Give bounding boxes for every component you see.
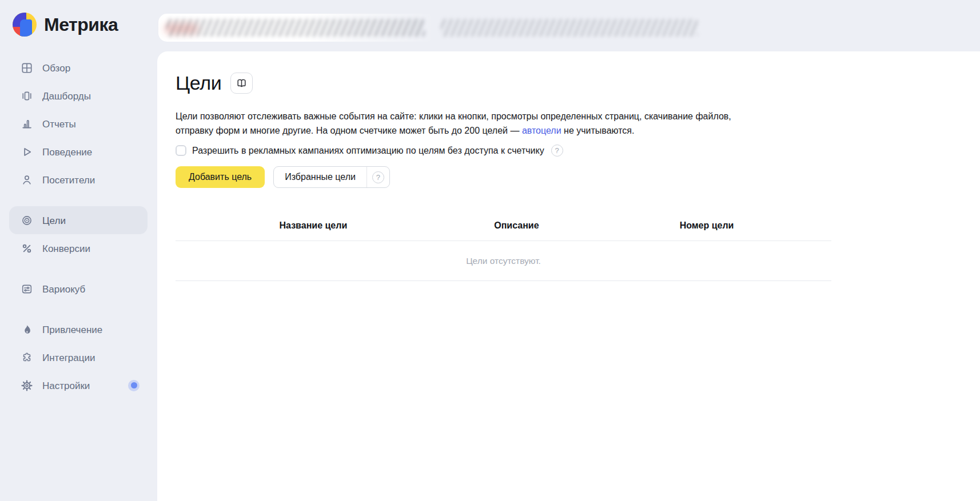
sidebar-item-label: Цели xyxy=(42,215,66,226)
sidebar-item-label: Конверсии xyxy=(42,243,90,254)
integrations-puzzle-icon xyxy=(21,351,33,364)
column-header-goal-name: Название цели xyxy=(176,221,451,231)
visitors-person-icon xyxy=(21,174,33,186)
sidebar-item-label: Дашборды xyxy=(42,91,91,101)
goals-description: Цели позволяют отслеживать важные событи… xyxy=(176,110,810,138)
metrika-logo-icon xyxy=(13,13,37,37)
counter-selector-redacted[interactable] xyxy=(158,14,435,42)
settings-gear-icon xyxy=(21,379,33,392)
sidebar-item-label: Обзор xyxy=(42,63,70,73)
dashboards-icon xyxy=(21,90,33,102)
goal-actions: Добавить цель Избранные цели ? xyxy=(176,166,980,188)
checkbox-help-icon[interactable]: ? xyxy=(551,145,563,157)
description-line1: Цели позволяют отслеживать важные событи… xyxy=(176,111,731,121)
description-line2-suffix: не учитываются. xyxy=(561,126,635,135)
sidebar-item-overview[interactable]: Обзор xyxy=(9,54,148,82)
conversions-percent-icon xyxy=(21,242,33,255)
sidebar-item-reports[interactable]: Отчеты xyxy=(9,110,148,138)
goals-empty-row: Цели отсутствуют. xyxy=(176,241,831,281)
goals-empty-text: Цели отсутствуют. xyxy=(466,256,541,266)
acquisition-flame-icon xyxy=(21,323,33,336)
page-title: Цели xyxy=(176,72,222,94)
redaction-scribble xyxy=(441,19,698,37)
optimization-checkbox-row: Разрешить в рекламных кампаниях оптимиза… xyxy=(176,145,980,157)
favorite-goals-help-icon[interactable]: ? xyxy=(372,171,384,183)
sidebar-item-label: Настройки xyxy=(42,380,90,391)
column-header-description: Описание xyxy=(451,221,582,231)
sidebar-item-label: Интеграции xyxy=(42,352,95,363)
sidebar-item-dashboards[interactable]: Дашборды xyxy=(9,82,148,110)
topbar xyxy=(157,0,980,51)
sidebar-item-goals[interactable]: Цели xyxy=(9,206,148,234)
goals-table: Название цели Описание Номер цели Цели о… xyxy=(176,215,831,281)
sidebar-item-label: Вариокуб xyxy=(42,284,85,294)
optimization-checkbox-label[interactable]: Разрешить в рекламных кампаниях оптимиза… xyxy=(192,146,544,156)
brand[interactable]: Метрика xyxy=(0,0,157,37)
sidebar-item-conversions[interactable]: Конверсии xyxy=(9,234,148,262)
sidebar-item-label: Отчеты xyxy=(42,119,76,129)
sidebar-item-label: Поведение xyxy=(42,147,92,157)
favorite-goals-group: Избранные цели ? xyxy=(273,166,390,188)
redaction-scribble xyxy=(166,19,425,37)
documentation-book-button[interactable] xyxy=(230,73,253,94)
add-goal-button[interactable]: Добавить цель xyxy=(176,166,265,188)
description-line2-prefix: отправку форм и многие другие. На одном … xyxy=(176,126,522,135)
brand-name: Метрика xyxy=(44,14,118,35)
settings-notification-badge xyxy=(128,380,140,391)
sidebar-item-acquisition[interactable]: Привлечение xyxy=(9,315,148,343)
sidebar-item-integrations[interactable]: Интеграции xyxy=(9,343,148,371)
sidebar-item-settings[interactable]: Настройки xyxy=(9,371,148,399)
optimization-checkbox[interactable] xyxy=(176,145,186,156)
sidebar-item-visitors[interactable]: Посетители xyxy=(9,166,148,194)
metrika-app: Метрика Обзор Дашборды Отчеты xyxy=(0,0,980,501)
sidebar-item-behavior[interactable]: Поведение xyxy=(9,138,148,166)
sidebar-item-label: Привлечение xyxy=(42,324,102,335)
variocube-sliders-icon xyxy=(21,283,33,295)
sidebar-item-variocube[interactable]: Вариокуб xyxy=(9,275,148,303)
sidebar-nav: Обзор Дашборды Отчеты Поведение xyxy=(0,54,157,399)
reports-icon xyxy=(21,118,33,130)
behavior-play-icon xyxy=(21,146,33,158)
sidebar-item-label: Посетители xyxy=(42,175,95,185)
goals-table-header: Название цели Описание Номер цели xyxy=(176,215,831,241)
sidebar: Метрика Обзор Дашборды Отчеты xyxy=(0,0,157,501)
open-book-icon xyxy=(236,77,248,89)
goals-bullseye-icon xyxy=(21,214,33,227)
favorite-goals-button[interactable]: Избранные цели xyxy=(274,167,366,187)
autogoals-link[interactable]: автоцели xyxy=(522,126,561,135)
goals-page: Цели Цели позволяют отслеживать важные с… xyxy=(157,51,980,501)
overview-grid-icon xyxy=(21,62,33,74)
column-header-goal-number: Номер цели xyxy=(582,221,831,231)
